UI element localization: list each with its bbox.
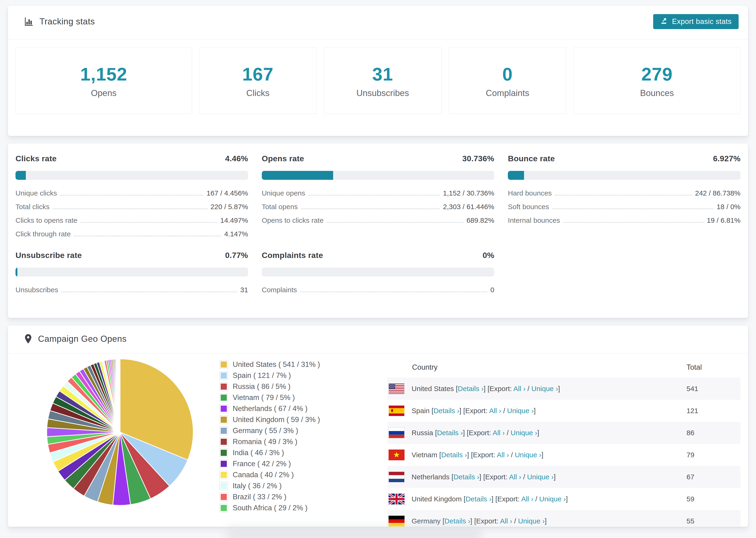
export-all-link[interactable]: All › (497, 451, 509, 459)
pie-legend: United States ( 541 / 31% ) Spain ( 121 … (220, 360, 365, 527)
dotted-leader (53, 208, 207, 209)
details-link[interactable]: Details › (445, 517, 470, 525)
geo-title: Campaign Geo Opens (24, 334, 127, 344)
progress-fill (262, 171, 333, 180)
legend-label: France ( 42 / 2% ) (233, 459, 291, 468)
progress-fill (508, 171, 524, 180)
metric-label: Unique clicks (16, 189, 57, 197)
panel-rows: Unsubscribes 31 (16, 286, 248, 294)
bar-chart-icon (24, 17, 34, 27)
details-link[interactable]: Details › (458, 385, 484, 393)
dotted-leader (552, 208, 713, 209)
dotted-leader (300, 292, 487, 292)
metric-value: 220 / 5.87% (211, 203, 248, 211)
legend-swatch (220, 360, 228, 369)
export-unique-link[interactable]: Unique › (515, 451, 541, 459)
rate-panel-complaints-rate: Complaints rate 0% Complaints 0 (262, 251, 495, 299)
tracking-stats-card: Tracking stats Export basic stats 1,152 … (8, 5, 748, 136)
metric-value: 18 / 0% (717, 203, 740, 211)
legend-label: Germany ( 55 / 3% ) (233, 426, 298, 435)
country-cell: United States [Details ›] [Export: All ›… (387, 383, 686, 394)
country-cell: Vietnam [Details ›] [Export: All › / Uni… (387, 450, 686, 460)
export-unique-link[interactable]: Unique › (539, 495, 566, 503)
geo-table-row-spain: Spain [Details ›] [Export: All › / Uniqu… (387, 400, 740, 422)
legend-label: Spain ( 121 / 7% ) (233, 371, 291, 380)
geo-table-row-vietnam: Vietnam [Details ›] [Export: All › / Uni… (387, 444, 740, 466)
country-total: 541 (686, 378, 740, 400)
country-name: Russia (411, 429, 433, 437)
country-links: Vietnam [Details ›] [Export: All › / Uni… (411, 451, 543, 459)
geo-header: Campaign Geo Opens (8, 325, 748, 353)
details-link[interactable]: Details › (437, 429, 463, 437)
country-name: United Kingdom (411, 495, 461, 503)
rate-panel-clicks-rate: Clicks rate 4.46% Unique clicks 167 / 4.… (16, 154, 248, 243)
country-links: Spain [Details ›] [Export: All › / Uniqu… (411, 407, 536, 415)
export-unique-link[interactable]: Unique › (527, 473, 554, 481)
legend-item-romania: Romania ( 49 / 3% ) (220, 438, 365, 446)
metric-label: Hard bounces (508, 189, 552, 197)
legend-label: Russia ( 86 / 5% ) (233, 382, 291, 391)
geo-content: United States ( 541 / 31% ) Spain ( 121 … (8, 357, 748, 527)
panel-head: Clicks rate 4.46% (16, 154, 248, 163)
flag-ru-icon (389, 427, 405, 438)
panel-head: Unsubscribe rate 0.77% (16, 251, 248, 260)
stat-value: 279 (641, 64, 673, 85)
dotted-leader (81, 222, 217, 223)
export-all-link[interactable]: All › (513, 385, 526, 393)
panel-title: Clicks rate (16, 154, 57, 163)
geo-table-row-russia: Russia [Details ›] [Export: All › / Uniq… (387, 422, 740, 444)
country-links: Netherlands [Details ›] [Export: All › /… (411, 473, 556, 481)
panel-title: Opens rate (262, 154, 304, 163)
export-unique-link[interactable]: Unique › (531, 385, 558, 393)
flag-vn-icon (389, 450, 405, 460)
panel-title: Bounce rate (508, 154, 555, 163)
country-links: United States [Details ›] [Export: All ›… (411, 385, 560, 393)
bottom-scroll-shadow (227, 528, 481, 538)
map-pin-icon (24, 334, 32, 344)
country-total: 55 (686, 510, 740, 527)
export-all-link[interactable]: All › (509, 473, 521, 481)
details-link[interactable]: Details › (433, 407, 459, 414)
legend-item-italy: Italy ( 36 / 2% ) (220, 482, 365, 490)
summary-stat-opens: 1,152 Opens (16, 48, 192, 114)
export-basic-stats-button[interactable]: Export basic stats (653, 14, 739, 29)
panel-head: Opens rate 30.736% (262, 154, 495, 163)
dotted-leader (308, 195, 440, 195)
legend-label: Netherlands ( 67 / 4% ) (233, 404, 307, 413)
panel-head: Complaints rate 0% (262, 251, 495, 260)
export-all-link[interactable]: All › (493, 429, 505, 437)
flag-gb-icon (389, 494, 405, 505)
details-link[interactable]: Details › (441, 451, 467, 459)
legend-swatch (220, 482, 228, 490)
country-cell: Netherlands [Details ›] [Export: All › /… (387, 471, 686, 482)
summary-stat-complaints: 0 Complaints (449, 48, 567, 114)
export-unique-link[interactable]: Unique › (511, 429, 537, 437)
flag-es-icon (389, 405, 405, 416)
panel-value: 6.927% (713, 154, 740, 163)
export-unique-link[interactable]: Unique › (507, 407, 534, 414)
header-divider (8, 39, 748, 40)
metric-value: 31 (240, 286, 248, 294)
metric-label: Total clicks (16, 203, 50, 211)
legend-label: Brazil ( 33 / 2% ) (233, 493, 287, 501)
rates-grid: Clicks rate 4.46% Unique clicks 167 / 4.… (16, 154, 740, 299)
export-all-link[interactable]: All › (521, 495, 533, 503)
legend-swatch (220, 415, 228, 424)
export-all-link[interactable]: All › (500, 517, 512, 525)
metric-label: Opens to clicks rate (262, 216, 324, 224)
details-link[interactable]: Details › (453, 473, 479, 481)
metric-row-soft-bounces: Soft bounces 18 / 0% (508, 203, 740, 211)
export-all-link[interactable]: All › (489, 407, 501, 414)
panel-value: 4.46% (225, 154, 248, 163)
panel-value: 30.736% (462, 154, 494, 163)
country-links: Germany [Details ›] [Export: All › / Uni… (411, 517, 547, 525)
legend-swatch (220, 493, 228, 501)
details-link[interactable]: Details › (465, 495, 491, 503)
legend-item-brazil: Brazil ( 33 / 2% ) (220, 493, 365, 501)
country-total: 86 (686, 422, 740, 444)
clicks-rate-progressbar (16, 171, 248, 180)
export-unique-link[interactable]: Unique › (518, 517, 545, 525)
flag-nl-icon (389, 471, 405, 482)
country-links: Russia [Details ›] [Export: All › / Uniq… (411, 429, 539, 437)
country-cell: Germany [Details ›] [Export: All › / Uni… (387, 516, 686, 526)
